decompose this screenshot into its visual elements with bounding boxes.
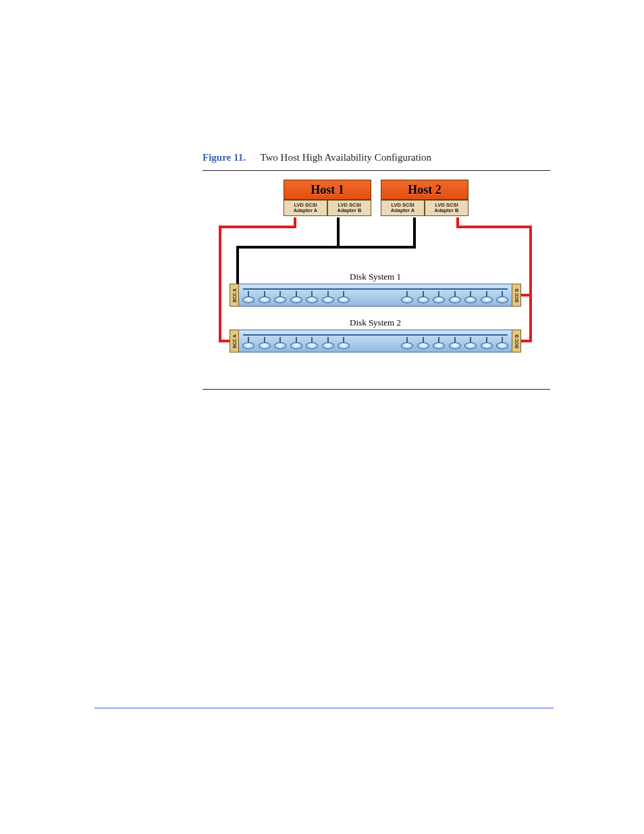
disk-icon [242, 291, 255, 303]
ds1-disks [242, 288, 509, 303]
host-1-adapter-b: LVD SCSIAdapter B [327, 200, 371, 216]
disk-icon [321, 337, 335, 349]
ds2-bcc-a-label: BCC A [232, 334, 237, 348]
disk-icon [258, 337, 271, 349]
host-2-adapters: LVD SCSIAdapter A LVD SCSIAdapter B [381, 200, 468, 216]
disk-icon [417, 291, 430, 303]
disk-icon [290, 291, 303, 303]
ds2-bcc-b-label: BCC B [514, 334, 519, 348]
figure-label: Figure 11. [203, 152, 246, 163]
disk-icon [480, 291, 493, 303]
disk-icon [448, 337, 462, 349]
host-2-adapter-a: LVD SCSIAdapter A [381, 200, 425, 216]
disk-icon [242, 337, 255, 349]
ds2-bay [239, 330, 512, 353]
ds1-bcc-b-label: BCC B [514, 288, 519, 303]
ds2-disks-right [400, 337, 509, 349]
disk-icon [495, 337, 509, 349]
ds1-disks-right [400, 291, 509, 303]
ds2-disks [242, 334, 509, 349]
ds1-bcc-a-label: BCC A [232, 288, 237, 302]
disk-system-1: Disk System 1 BCC A BCC B [230, 284, 521, 307]
disk-icon [337, 337, 350, 349]
disk-icon [305, 337, 319, 349]
rule-top [203, 170, 550, 171]
disk-icon [464, 291, 477, 303]
disk-system-1-label: Disk System 1 [230, 271, 521, 282]
ds2-disks-left [242, 337, 350, 349]
diagram: Host 1 LVD SCSIAdapter A LVD SCSIAdapter… [213, 180, 537, 377]
rule-bottom [203, 389, 550, 390]
figure-caption: Figure 11. Two Host High Availability Co… [203, 152, 431, 163]
disk-system-2: Disk System 2 BCC A BCC B [230, 330, 521, 353]
figure-title: Two Host High Availability Configuration [260, 152, 431, 163]
disk-icon [417, 337, 430, 349]
disk-icon [464, 337, 477, 349]
disk-icon [321, 291, 335, 303]
host-1: Host 1 LVD SCSIAdapter A LVD SCSIAdapter… [284, 180, 371, 216]
disk-icon [273, 337, 287, 349]
disk-icon [448, 291, 462, 303]
disk-icon [480, 337, 493, 349]
disk-icon [290, 337, 303, 349]
host-2-title: Host 2 [381, 180, 468, 200]
disk-icon [400, 291, 414, 303]
disk-icon [337, 291, 350, 303]
ds2-bcc-a: BCC A [230, 330, 239, 353]
host-2: Host 2 LVD SCSIAdapter A LVD SCSIAdapter… [381, 180, 468, 216]
host-1-adapters: LVD SCSIAdapter A LVD SCSIAdapter B [284, 200, 371, 216]
disk-icon [305, 291, 319, 303]
disk-system-2-label: Disk System 2 [230, 317, 521, 328]
page: Figure 11. Two Host High Availability Co… [0, 0, 644, 834]
ds1-bay [239, 284, 512, 307]
disk-icon [273, 291, 287, 303]
host-1-title: Host 1 [284, 180, 371, 200]
disk-icon [400, 337, 414, 349]
host-2-adapter-b: LVD SCSIAdapter B [425, 200, 468, 216]
ds1-bcc-a: BCC A [230, 284, 239, 307]
ds1-disks-left [242, 291, 350, 303]
ds2-bcc-b: BCC B [512, 330, 521, 353]
ds1-bcc-b: BCC B [512, 284, 521, 307]
disk-icon [432, 291, 446, 303]
disk-icon [495, 291, 509, 303]
page-footer-rule [95, 708, 554, 708]
disk-icon [432, 337, 446, 349]
disk-icon [258, 291, 271, 303]
host-1-adapter-a: LVD SCSIAdapter A [284, 200, 327, 216]
